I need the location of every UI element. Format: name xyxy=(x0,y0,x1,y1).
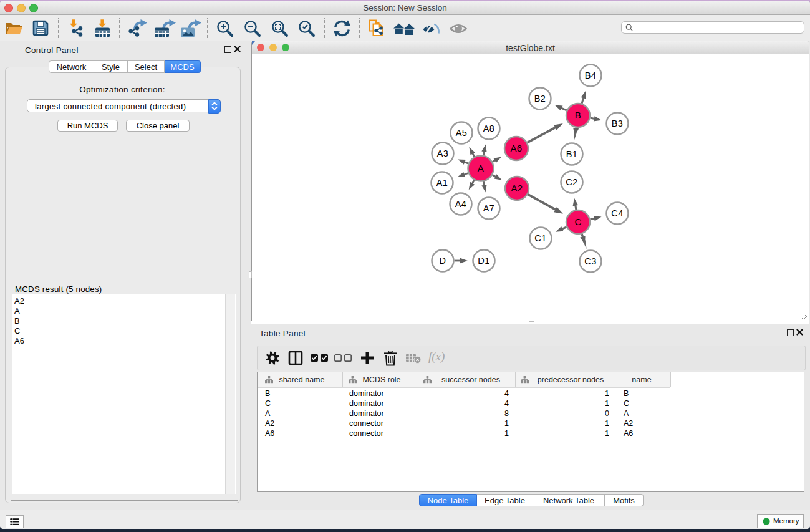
svg-text:A8: A8 xyxy=(483,123,495,133)
svg-text:D: D xyxy=(440,256,446,266)
svg-text:A2: A2 xyxy=(511,183,523,193)
svg-text:A3: A3 xyxy=(437,148,449,158)
svg-text:C: C xyxy=(574,216,581,227)
svg-text:A1: A1 xyxy=(436,178,448,188)
svg-text:D1: D1 xyxy=(478,256,489,266)
svg-text:A6: A6 xyxy=(510,143,522,153)
svg-text:B: B xyxy=(575,110,581,120)
svg-text:A5: A5 xyxy=(456,128,468,138)
svg-text:A7: A7 xyxy=(483,203,495,213)
svg-text:B3: B3 xyxy=(612,118,624,128)
svg-text:B1: B1 xyxy=(566,149,578,159)
svg-text:A4: A4 xyxy=(455,199,467,209)
svg-text:C1: C1 xyxy=(534,233,546,243)
svg-text:C4: C4 xyxy=(611,208,623,218)
svg-text:B4: B4 xyxy=(585,70,597,80)
svg-text:C3: C3 xyxy=(584,256,596,266)
svg-text:C2: C2 xyxy=(566,177,577,187)
svg-text:B2: B2 xyxy=(534,94,546,104)
svg-text:A: A xyxy=(478,163,484,173)
